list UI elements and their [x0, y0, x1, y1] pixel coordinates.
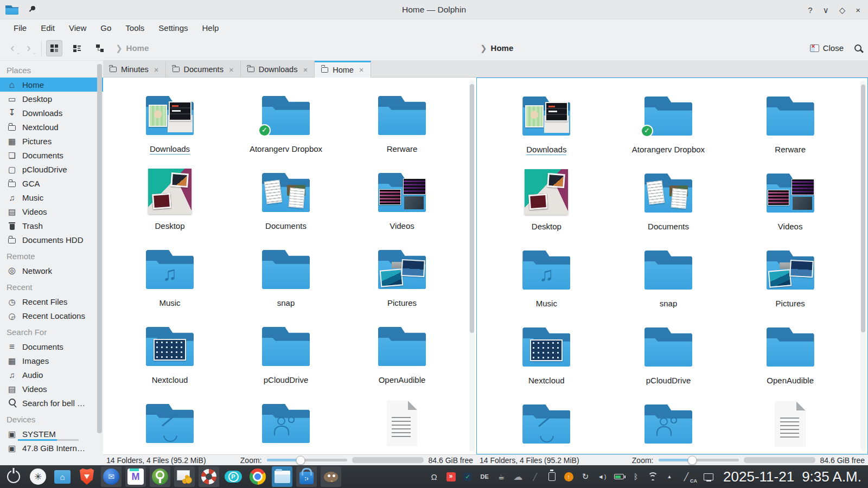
- show-desktop-icon[interactable]: [704, 471, 713, 483]
- finance-app-launcher[interactable]: [174, 466, 195, 487]
- sync-app-icon[interactable]: [446, 471, 456, 483]
- zoom-slider[interactable]: [659, 459, 739, 461]
- updates-icon[interactable]: [564, 471, 573, 483]
- help-lifesaver-launcher[interactable]: [199, 466, 219, 487]
- sidebar-item[interactable]: Home: [0, 78, 103, 92]
- sidebar-item[interactable]: Trash: [0, 219, 103, 233]
- tab[interactable]: Home ×: [315, 61, 371, 78]
- zoom-slider-handle[interactable]: [296, 455, 305, 465]
- file-item[interactable]: Desktop: [112, 166, 228, 243]
- taskbar-clock[interactable]: 2025-11-21 9:35 A.M.: [723, 468, 861, 485]
- file-manager-launcher[interactable]: [52, 466, 73, 487]
- sidebar-item[interactable]: Videos: [0, 204, 103, 219]
- menu-item[interactable]: View: [62, 22, 93, 34]
- mailspring-launcher[interactable]: [125, 466, 146, 487]
- tab[interactable]: Downloads ×: [241, 60, 315, 77]
- file-item[interactable]: Desktop: [486, 167, 608, 244]
- file-item[interactable]: [344, 397, 460, 454]
- file-item[interactable]: [112, 397, 228, 454]
- file-item[interactable]: Rerware: [729, 90, 851, 167]
- tab[interactable]: Documents ×: [166, 60, 241, 77]
- file-item[interactable]: Videos: [729, 167, 851, 244]
- sidebar-item[interactable]: Audio: [0, 368, 103, 382]
- breadcrumb-right[interactable]: ❯ Home: [480, 43, 513, 53]
- gimp-launcher[interactable]: [321, 466, 341, 487]
- file-item[interactable]: Rerware: [344, 89, 460, 166]
- breadcrumb-left[interactable]: ❯ Home: [116, 43, 149, 53]
- sidebar-item[interactable]: Downloads: [0, 106, 103, 120]
- file-item[interactable]: Downloads: [486, 90, 608, 167]
- file-item[interactable]: Atorangerv Dropbox: [608, 90, 730, 167]
- sidebar-item[interactable]: Pictures: [0, 134, 103, 148]
- file-item[interactable]: OpenAudible: [729, 321, 851, 398]
- scrollbar[interactable]: [860, 81, 866, 451]
- pen-tray-icon[interactable]: [530, 471, 540, 483]
- battery-icon[interactable]: [614, 471, 624, 483]
- pcloud-tray-icon[interactable]: [513, 471, 523, 483]
- file-item[interactable]: [608, 398, 730, 454]
- sidebar-scrollbar[interactable]: [97, 64, 102, 461]
- file-item[interactable]: Nextcloud: [112, 320, 228, 397]
- sync-status-icon[interactable]: [580, 471, 590, 483]
- chrome-launcher[interactable]: [247, 466, 268, 487]
- file-item[interactable]: pCloudDrive: [228, 320, 344, 397]
- app-launcher-button[interactable]: [3, 466, 24, 487]
- sidebar-item[interactable]: pCloudDrive: [0, 162, 103, 176]
- dropbox-icon[interactable]: [463, 471, 473, 483]
- file-item[interactable]: OpenAudible: [344, 320, 460, 397]
- volume-icon[interactable]: [597, 471, 607, 483]
- sidebar-item[interactable]: GCA: [0, 176, 103, 190]
- menu-item[interactable]: Edit: [34, 22, 62, 34]
- compact-view-button[interactable]: [69, 40, 85, 56]
- sidebar-item[interactable]: 47.8 GiB Intern…: [0, 441, 103, 455]
- file-item[interactable]: Atorangerv Dropbox: [228, 89, 344, 166]
- tab-close-icon[interactable]: ×: [303, 65, 308, 74]
- menu-item[interactable]: File: [7, 22, 34, 34]
- help-button[interactable]: ?: [808, 6, 812, 14]
- menu-item[interactable]: Tools: [118, 22, 151, 34]
- tab-close-icon[interactable]: ×: [154, 65, 159, 74]
- file-item[interactable]: Nextcloud: [486, 321, 608, 398]
- scrollbar[interactable]: [469, 80, 475, 452]
- sidebar-item[interactable]: SYSTEM: [0, 427, 103, 441]
- keyboard-layout-indicator[interactable]: DE: [480, 471, 489, 483]
- file-item[interactable]: pCloudDrive: [608, 321, 730, 398]
- tab[interactable]: Minutes ×: [103, 60, 166, 77]
- sidebar-item[interactable]: Images: [0, 354, 103, 368]
- keepassxc-launcher[interactable]: [150, 466, 170, 487]
- tray-expander-icon[interactable]: [665, 471, 674, 483]
- sidebar-item[interactable]: Videos: [0, 382, 103, 396]
- file-item[interactable]: Music: [112, 243, 228, 320]
- file-item[interactable]: Videos: [344, 166, 460, 243]
- sidebar-item[interactable]: Desktop: [0, 92, 103, 106]
- file-item[interactable]: [228, 397, 344, 454]
- sidebar-item[interactable]: Documents: [0, 339, 103, 354]
- sidebar-item[interactable]: Network: [0, 264, 103, 278]
- sidebar-item[interactable]: Music: [0, 190, 103, 204]
- close-button[interactable]: ×: [856, 6, 860, 14]
- file-item[interactable]: Documents: [228, 166, 344, 243]
- minimize-button[interactable]: ∨: [823, 6, 829, 14]
- menu-item[interactable]: Settings: [151, 22, 195, 34]
- icons-view-button[interactable]: [46, 40, 62, 56]
- menu-item[interactable]: Help: [195, 22, 226, 34]
- dolphin-launcher[interactable]: [272, 466, 292, 487]
- tab-close-icon[interactable]: ×: [359, 65, 364, 74]
- sidebar-item[interactable]: Recent Files: [0, 294, 103, 309]
- maximize-button[interactable]: ◇: [839, 6, 846, 14]
- caffeine-icon[interactable]: [496, 471, 506, 483]
- sidebar-item[interactable]: Documents: [0, 148, 103, 162]
- lubuntu-menu-button[interactable]: [28, 466, 48, 487]
- menu-item[interactable]: Go: [93, 22, 118, 34]
- file-item[interactable]: snap: [228, 243, 344, 320]
- wifi-icon[interactable]: [648, 471, 658, 483]
- search-icon[interactable]: [854, 44, 861, 52]
- file-item[interactable]: Documents: [608, 167, 730, 244]
- clipboard-icon[interactable]: [547, 471, 557, 483]
- sidebar-item[interactable]: Documents HDD: [0, 233, 103, 247]
- forward-button[interactable]: ›⌄: [21, 40, 37, 56]
- sidebar-item[interactable]: Search for bell …: [0, 396, 103, 410]
- back-button[interactable]: ‹⌄: [4, 40, 21, 56]
- file-item[interactable]: Downloads: [112, 89, 228, 166]
- notifications-icon[interactable]: [429, 471, 439, 483]
